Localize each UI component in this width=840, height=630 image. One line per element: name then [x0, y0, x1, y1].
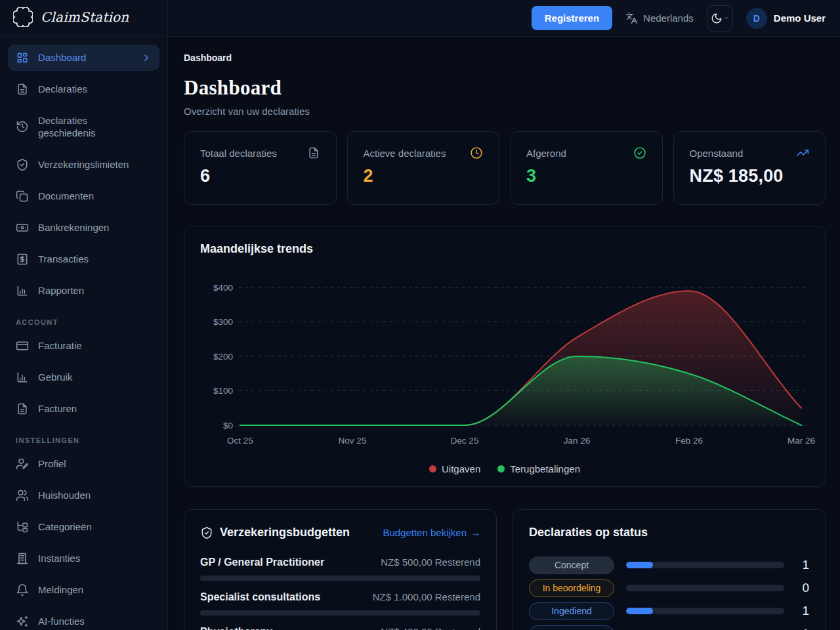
page-subtitle: Overzicht van uw declaraties: [184, 106, 826, 117]
x-axis-tick-label: Dec 25: [451, 436, 479, 446]
tree-hierarchy-icon: [16, 520, 29, 534]
sidebar-item-rapporten[interactable]: Rapporten: [8, 278, 159, 304]
legend-item-terugbetalingen: Terugbetalingen: [497, 463, 580, 474]
status-count: 1: [796, 627, 809, 630]
moon-icon: [711, 12, 723, 24]
bar-chart-icon: [16, 371, 29, 384]
y-axis-tick-label: $200: [213, 352, 233, 362]
stat-card-actieve-declaraties: Actieve declaraties 2: [347, 131, 500, 205]
x-axis-tick-label: Oct 25: [227, 436, 253, 446]
status-progress-fill: [626, 562, 653, 568]
sidebar-item-verzekeringslimieten[interactable]: Verzekeringslimieten: [8, 152, 159, 178]
sidebar-section-instellingen: INSTELLINGEN: [8, 427, 159, 451]
sidebar-item-profiel[interactable]: Profiel: [8, 451, 159, 477]
stat-label: Openstaand: [690, 148, 744, 159]
sidebar-item-huishouden[interactable]: Huishouden: [8, 482, 159, 509]
x-axis-tick-label: Mar 26: [788, 436, 815, 446]
language-label: Nederlands: [643, 12, 694, 24]
chart-legend: Uitgaven Terugbetalingen: [200, 463, 809, 474]
history-icon: [16, 120, 29, 133]
brand-name: ClaimStation: [41, 9, 129, 25]
main-area: Registreren Nederlands D Demo User Dashb…: [168, 0, 840, 630]
topbar: Registreren Nederlands D Demo User: [168, 0, 840, 37]
arrow-right-icon: →: [471, 527, 480, 538]
user-pen-icon: [16, 457, 29, 471]
budget-row-physiotherapy: Physiotherapy NZ$ 400,00 Resterend: [200, 626, 480, 630]
user-name: Demo User: [774, 12, 826, 24]
clock-icon: [470, 146, 483, 159]
sidebar-item-label: Gebruik: [38, 371, 73, 384]
status-row-in-behandeling: In behandeling 1: [529, 625, 809, 630]
avatar: D: [746, 8, 767, 29]
status-count: 1: [796, 558, 809, 572]
status-badge: Ingediend: [529, 602, 614, 620]
sidebar: ClaimStation Dashboard Declaraties Decla…: [0, 0, 168, 630]
sidebar-item-facturatie[interactable]: Facturatie: [8, 333, 159, 359]
budget-name: GP / General Practitioner: [200, 556, 324, 568]
stat-label: Afgerond: [526, 148, 566, 159]
x-axis-tick-label: Feb 26: [675, 436, 703, 446]
sidebar-item-declaraties[interactable]: Declaraties: [8, 76, 159, 102]
sidebar-item-label: Instanties: [38, 552, 80, 565]
sidebar-item-label: Meldingen: [38, 583, 83, 597]
sidebar-item-label: Profiel: [38, 457, 66, 471]
sidebar-item-label: Huishouden: [38, 489, 91, 502]
language-selector[interactable]: Nederlands: [625, 12, 694, 24]
budget-progress-track: [200, 610, 480, 616]
sidebar-item-bankrekeningen[interactable]: Bankrekeningen: [8, 215, 159, 241]
file-text-icon: [307, 146, 320, 159]
status-badge: In beoordeling: [529, 579, 614, 597]
x-axis-tick-label: Jan 26: [564, 436, 591, 446]
building-icon: [16, 552, 29, 565]
brand-logo[interactable]: ClaimStation: [0, 0, 167, 35]
stat-card-afgerond: Afgerond 3: [510, 131, 663, 205]
sidebar-item-instanties[interactable]: Instanties: [8, 545, 159, 572]
stat-value: 6: [200, 166, 320, 186]
sidebar-item-transacties[interactable]: Transacties: [8, 246, 159, 272]
sidebar-item-dashboard[interactable]: Dashboard: [8, 45, 159, 71]
breadcrumb[interactable]: Dashboard: [184, 52, 826, 63]
legend-label: Terugbetalingen: [510, 463, 580, 474]
stat-label: Actieve declaraties: [364, 148, 446, 159]
sidebar-item-declaraties-geschiedenis[interactable]: Declaraties geschiedenis: [8, 108, 159, 146]
sidebar-section-account: ACCOUNT: [8, 309, 159, 333]
page-title: Dashboard: [184, 76, 826, 100]
stat-value: NZ$ 185,00: [690, 166, 810, 186]
y-axis-tick-label: $300: [213, 317, 233, 327]
users-icon: [16, 489, 29, 502]
budget-name: Specialist consultations: [200, 591, 320, 603]
sidebar-item-label: Transacties: [38, 253, 89, 266]
layout-dashboard-icon: [16, 51, 29, 64]
sidebar-item-label: Declaraties geschiedenis: [38, 114, 143, 140]
copy-documents-icon: [16, 190, 29, 203]
sidebar-item-meldingen[interactable]: Meldingen: [8, 577, 159, 603]
statuses-title: Declaraties op status: [529, 526, 648, 539]
sidebar-item-documenten[interactable]: Documenten: [8, 183, 159, 209]
status-progress-track: [626, 585, 784, 591]
languages-icon: [625, 12, 638, 24]
sidebar-item-gebruik[interactable]: Gebruik: [8, 364, 159, 390]
view-budgets-link[interactable]: Budgetten bekijken →: [383, 527, 480, 538]
stat-card-openstaand: Openstaand NZ$ 185,00: [673, 131, 826, 205]
y-axis-tick-label: $400: [213, 283, 233, 293]
theme-toggle-button[interactable]: [707, 5, 733, 32]
status-row-concept: Concept 1: [529, 556, 809, 574]
sidebar-item-label: AI-functies: [38, 615, 85, 628]
sidebar-item-label: Categorieën: [38, 520, 92, 534]
status-badge: Concept: [529, 556, 614, 574]
sidebar-item-label: Bankrekeningen: [38, 221, 109, 234]
check-circle-icon: [633, 146, 646, 159]
sidebar-item-categorieen[interactable]: Categorieën: [8, 514, 159, 540]
sidebar-item-ai-functies[interactable]: AI-functies: [8, 608, 159, 630]
user-menu[interactable]: D Demo User: [746, 8, 826, 29]
sidebar-item-label: Verzekeringslimieten: [38, 158, 129, 171]
register-button[interactable]: Registreren: [532, 6, 612, 30]
credit-card-icon: [16, 339, 29, 352]
sidebar-item-label: Rapporten: [38, 284, 84, 297]
sidebar-item-facturen[interactable]: Facturen: [8, 396, 159, 422]
x-axis-tick-label: Nov 25: [339, 436, 367, 446]
legend-dot: [497, 465, 505, 472]
budget-row-gp: GP / General Practitioner NZ$ 500,00 Res…: [200, 556, 480, 581]
sidebar-nav: Dashboard Declaraties Declaraties geschi…: [0, 35, 167, 630]
legend-dot: [429, 465, 436, 472]
